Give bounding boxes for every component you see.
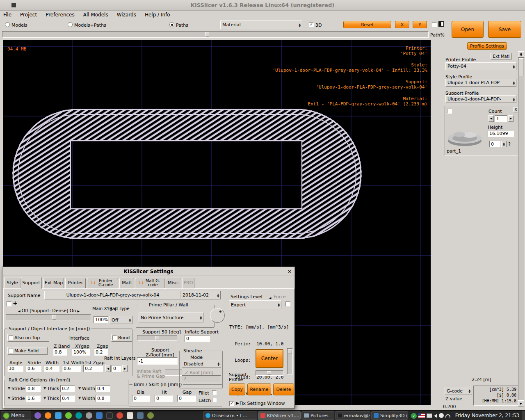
tab-printer[interactable]: Printer: [65, 278, 86, 288]
prime-mode-select[interactable]: No Prime Structure: [139, 313, 203, 322]
launcher-mail-icon[interactable]: [55, 412, 62, 419]
user-icon[interactable]: [439, 413, 444, 418]
menu-preferences[interactable]: Preferences: [46, 12, 75, 18]
open-button[interactable]: Open: [452, 21, 484, 38]
launcher-files-icon[interactable]: [96, 412, 103, 419]
count-increment-icon[interactable]: [508, 115, 514, 122]
settings-level-select[interactable]: Expert: [229, 300, 281, 309]
count-decrement-icon[interactable]: [488, 115, 494, 122]
profile-settings-button[interactable]: Profile Settings: [467, 42, 507, 50]
stride-field[interactable]: 0.6: [26, 365, 41, 372]
scrollbar-up-icon[interactable]: [518, 51, 524, 57]
tab-pro[interactable]: PRO: [182, 278, 194, 288]
updown-spinner-icon[interactable]: [217, 293, 219, 297]
fix-settings-checkbox[interactable]: [229, 401, 234, 406]
save-button[interactable]: Save: [488, 21, 521, 38]
copy-button[interactable]: Copy: [229, 383, 245, 395]
path-percent-slider-thumb[interactable]: [205, 32, 209, 37]
density-right-icon[interactable]: [77, 308, 79, 313]
center-vertical-slider-thumb[interactable]: [288, 349, 292, 354]
menu-project[interactable]: Project: [20, 12, 37, 18]
part-select-checkbox[interactable]: [447, 109, 452, 114]
support-density-slider-thumb[interactable]: [52, 315, 56, 320]
support50-slider-thumb[interactable]: [155, 336, 159, 340]
y-button[interactable]: Y: [413, 21, 427, 28]
start-menu-button[interactable]: Menu: [1, 411, 31, 420]
raft-row1-width-icon[interactable]: [78, 386, 81, 390]
taskbar-window-terminal[interactable]: ermakov@3...: [335, 411, 370, 420]
make-solid-checkbox[interactable]: [9, 349, 13, 353]
support-name-field[interactable]: Ulupov-1-door-PLA-FDP-grey-sery-volk-04: [44, 291, 180, 299]
raft-row1-stride-icon[interactable]: [8, 386, 10, 390]
settings-close-icon[interactable]: ×: [286, 268, 293, 275]
rotation-spinner[interactable]: [501, 141, 507, 147]
parts-scrollbar-thumb[interactable]: [519, 58, 523, 76]
support-enable-checkbox[interactable]: [7, 301, 11, 306]
also-on-top-checkbox[interactable]: [9, 336, 13, 340]
brim-latch-checkbox[interactable]: [212, 398, 217, 402]
brim-dia-field[interactable]: 0: [132, 395, 150, 402]
launcher-firefox-icon[interactable]: [45, 412, 51, 419]
count-field[interactable]: 1: [495, 115, 507, 122]
tab-printer-gcode[interactable]: ↑↓Printer G-code: [87, 278, 118, 288]
paths-radio[interactable]: [169, 22, 174, 27]
raft-row2-thick-field[interactable]: 0.4: [60, 395, 75, 402]
updown-spinner-icon[interactable]: [217, 362, 220, 366]
raft-row2-stride-icon[interactable]: [8, 396, 10, 400]
brim-fillet-checkbox[interactable]: [212, 390, 217, 395]
shield-check-icon[interactable]: ✓: [411, 413, 417, 419]
taskbar-window-kisslicer[interactable]: KISSlicer v1....: [258, 411, 301, 420]
tab-matl-gcode[interactable]: ↑↓Matl G-code: [135, 278, 164, 288]
launcher-media-icon[interactable]: [116, 412, 123, 419]
updown-spinner-icon[interactable]: [199, 315, 202, 320]
models-radio[interactable]: [5, 22, 10, 27]
clock[interactable]: Friday November 2, 21:53: [455, 411, 519, 420]
support-density-slider[interactable]: [6, 314, 91, 320]
updown-spinner-icon[interactable]: [468, 389, 471, 393]
keyboard-layout-icon[interactable]: [427, 413, 432, 418]
updown-spinner-icon[interactable]: [512, 97, 515, 101]
tab-misc[interactable]: Misc.: [166, 278, 181, 288]
menu-file[interactable]: File: [3, 12, 11, 18]
reset-button[interactable]: Reset: [343, 21, 391, 28]
scrollbar-down-icon[interactable]: [518, 400, 524, 406]
z-band-field[interactable]: 0.8: [53, 349, 67, 356]
raft-int-decrement-icon[interactable]: [105, 365, 111, 372]
raft-int-layers-field[interactable]: 0: [112, 365, 121, 372]
first-zgap-field[interactable]: 0.2: [83, 365, 103, 372]
center-horizontal-slider-thumb[interactable]: [267, 371, 271, 375]
window-titlebar[interactable]: KISSlicer v1.6.3 Release Linux64 (unregi…: [0, 0, 525, 11]
raft-type-select[interactable]: Off: [110, 316, 132, 324]
view-mode-select[interactable]: Material: [220, 21, 302, 29]
path-option-checkbox[interactable]: [432, 22, 437, 27]
bond-option[interactable]: Bond: [111, 334, 132, 342]
launcher-terminal-icon[interactable]: [106, 412, 113, 419]
tab-style[interactable]: Style: [4, 278, 21, 288]
zgap-field[interactable]: 0.2: [94, 349, 108, 356]
inflate-support-field[interactable]: 0: [185, 335, 210, 342]
launcher-calc-icon[interactable]: [147, 412, 154, 419]
main-xygap-field[interactable]: 100%: [94, 316, 108, 323]
angle-field[interactable]: 30: [7, 365, 23, 372]
raft-row1-thick-icon[interactable]: [43, 386, 46, 390]
menu-help-info[interactable]: Help / Info: [145, 12, 170, 18]
taskbar-window-pictures[interactable]: Pictures: [301, 411, 334, 420]
launcher-editor-icon[interactable]: [127, 412, 133, 419]
first-width-field[interactable]: 0.6: [62, 365, 81, 372]
raft-row2-stride-field[interactable]: 1.6: [26, 395, 41, 402]
rename-button[interactable]: Rename: [247, 383, 271, 395]
bond-checkbox[interactable]: [112, 336, 117, 340]
center-button[interactable]: Center: [256, 349, 283, 368]
raft-row2-width-icon[interactable]: [78, 396, 81, 400]
models-paths-radio[interactable]: [68, 22, 73, 27]
path-percent-slider[interactable]: [2, 31, 429, 38]
support-zroof-field[interactable]: -1: [137, 357, 178, 365]
volume-icon[interactable]: [434, 414, 437, 418]
density-left-icon[interactable]: [18, 308, 20, 313]
tab-support[interactable]: Support: [21, 277, 42, 289]
launcher-gimp-icon[interactable]: [86, 412, 92, 419]
tab-ext-map[interactable]: Ext Map: [43, 278, 64, 288]
raft-row2-thick-icon[interactable]: [43, 396, 46, 400]
also-on-top-option[interactable]: Also on Top: [7, 334, 49, 342]
updown-spinner-icon[interactable]: [512, 81, 515, 85]
